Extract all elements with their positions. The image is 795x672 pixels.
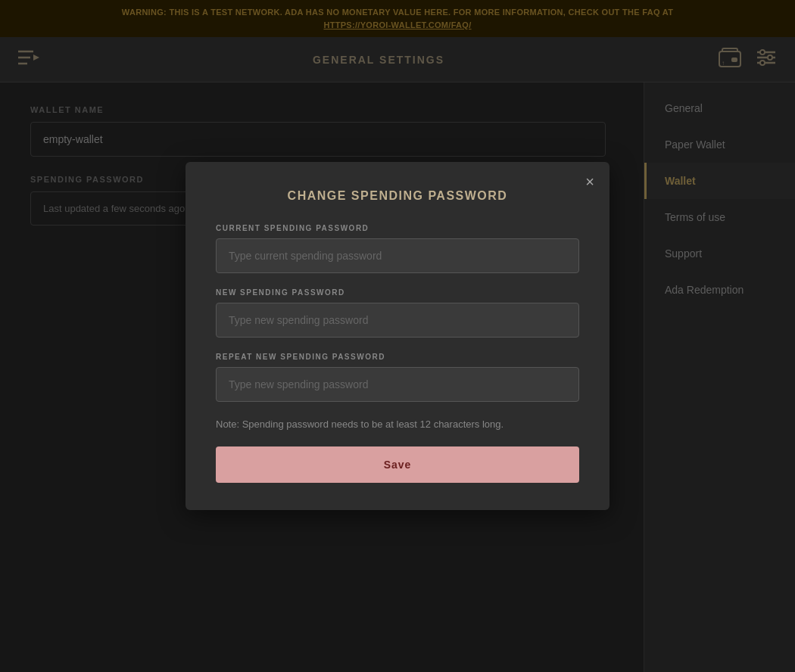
current-password-label: CURRENT SPENDING PASSWORD: [216, 224, 579, 232]
new-password-label: NEW SPENDING PASSWORD: [216, 288, 579, 297]
new-password-input[interactable]: [216, 303, 579, 338]
modal-title: CHANGE SPENDING PASSWORD: [216, 189, 579, 203]
change-password-modal: × CHANGE SPENDING PASSWORD CURRENT SPEND…: [186, 162, 610, 511]
current-password-input[interactable]: [216, 238, 579, 273]
repeat-password-label: REPEAT NEW SPENDING PASSWORD: [216, 353, 579, 361]
modal-overlay: × CHANGE SPENDING PASSWORD CURRENT SPEND…: [0, 0, 795, 672]
modal-close-button[interactable]: ×: [585, 174, 594, 189]
save-button[interactable]: Save: [216, 446, 579, 483]
repeat-password-input[interactable]: [216, 367, 579, 402]
password-note: Note: Spending password needs to be at l…: [216, 417, 579, 432]
